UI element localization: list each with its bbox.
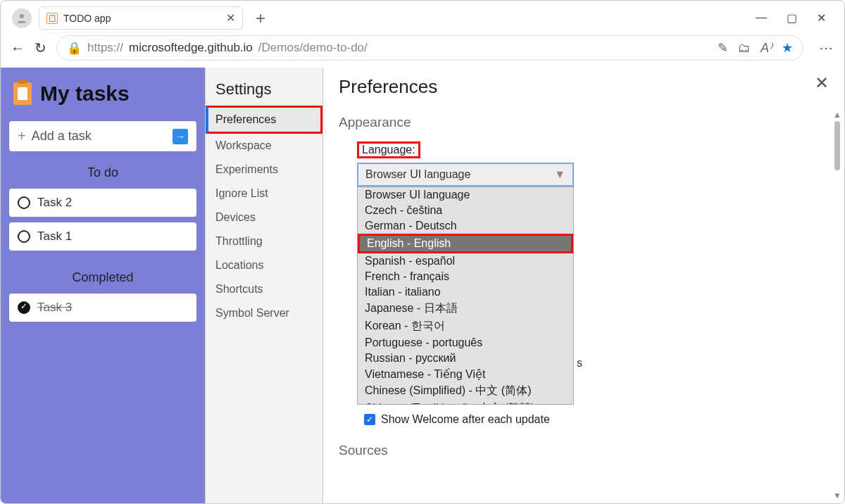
task-label: Task 2 (37, 196, 72, 210)
appearance-heading: Appearance (339, 115, 834, 130)
collections-icon[interactable]: 🗂 (738, 41, 751, 56)
settings-nav-item[interactable]: Workspace (206, 134, 323, 158)
clipboard-icon (13, 82, 32, 105)
language-option[interactable]: Chinese (Traditional) - 中文 (繁體) (358, 400, 573, 405)
url-path: /Demos/demo-to-do/ (258, 41, 368, 55)
task-checkbox[interactable] (18, 230, 30, 243)
language-option[interactable]: German - Deutsch (358, 218, 573, 234)
edit-page-icon[interactable]: ✎ (718, 40, 728, 56)
clipboard-icon: 📋 (46, 13, 58, 24)
language-option[interactable]: French - français (358, 269, 573, 284)
back-button[interactable]: ← (11, 40, 25, 56)
language-option[interactable]: Chinese (Simplified) - 中文 (简体) (358, 382, 573, 400)
settings-nav-item[interactable]: Preferences (206, 106, 323, 134)
new-tab-button[interactable]: + (250, 8, 271, 28)
settings-nav: Settings PreferencesWorkspaceExperiments… (205, 68, 323, 503)
todo-heading: To do (9, 165, 196, 180)
tasks-title-text: My tasks (40, 82, 130, 106)
tasks-panel: My tasks + Add a task → To do Task 2Task… (1, 68, 205, 503)
language-option[interactable]: Korean - 한국어 (358, 317, 573, 335)
welcome-checkbox-label: Show Welcome after each update (381, 413, 550, 426)
add-task-placeholder: Add a task (32, 129, 92, 144)
page-body: My tasks + Add a task → To do Task 2Task… (1, 68, 844, 503)
browser-tab-strip: 📋 TODO app ✕ + — ▢ ✕ (1, 1, 844, 32)
text-peek-s: s (577, 357, 582, 370)
maximize-button[interactable]: ▢ (787, 11, 797, 25)
preferences-panel: Preferences ✕ Appearance Language: Brows… (323, 68, 844, 503)
close-window-button[interactable]: ✕ (817, 11, 826, 25)
preferences-title: Preferences (339, 70, 809, 98)
completed-heading: Completed (9, 270, 196, 285)
overflow-menu-button[interactable]: ⋯ (819, 39, 834, 56)
plus-icon: + (18, 128, 26, 144)
chevron-down-icon: ▼ (554, 168, 565, 181)
task-checkbox[interactable] (18, 196, 30, 209)
task-item[interactable]: Task 2 (9, 189, 196, 217)
submit-arrow-icon[interactable]: → (173, 129, 188, 144)
language-option[interactable]: Czech - čeština (358, 203, 573, 218)
language-option[interactable]: Russian - русский (358, 351, 573, 366)
tab-title: TODO app (63, 13, 220, 24)
url-scheme: https:// (87, 41, 123, 55)
url-host: microsoftedge.github.io (129, 41, 253, 55)
task-item-done[interactable]: Task 3 (9, 294, 196, 322)
welcome-checkbox-row[interactable]: ✓ Show Welcome after each update (361, 413, 834, 426)
language-option[interactable]: Portuguese - português (358, 335, 573, 351)
address-bar[interactable]: 🔒 https://microsoftedge.github.io/Demos/… (56, 35, 803, 61)
refresh-button[interactable]: ↻ (35, 39, 46, 56)
settings-nav-item[interactable]: Symbol Server (206, 301, 323, 325)
language-dropdown[interactable]: Browser UI languageCzech - češtinaGerman… (357, 187, 574, 405)
address-bar-row: ← ↻ 🔒 https://microsoftedge.github.io/De… (1, 32, 844, 68)
favorite-star-icon[interactable]: ★ (782, 40, 793, 56)
close-icon[interactable]: ✕ (809, 70, 834, 96)
checkbox-checked-icon: ✓ (364, 414, 375, 425)
language-selected-value: Browser UI language (365, 168, 470, 181)
language-option[interactable]: Italian - italiano (358, 284, 573, 300)
task-label: Task 3 (37, 301, 72, 315)
vertical-scrollbar[interactable]: ▲ ▼ (832, 110, 843, 500)
tasks-title: My tasks (9, 79, 196, 113)
settings-nav-item[interactable]: Experiments (206, 158, 323, 182)
language-option[interactable]: Browser UI language (358, 187, 573, 203)
settings-nav-item[interactable]: Shortcuts (206, 277, 323, 301)
settings-nav-item[interactable]: Locations (206, 253, 323, 277)
scroll-up-arrow-icon[interactable]: ▲ (833, 110, 841, 120)
task-item[interactable]: Task 1 (9, 222, 196, 251)
sources-heading: Sources (339, 443, 834, 458)
settings-title: Settings (206, 76, 323, 106)
close-icon[interactable]: ✕ (226, 11, 235, 25)
language-option[interactable]: Spanish - español (358, 253, 573, 269)
language-option[interactable]: Vietnamese - Tiếng Việt (358, 366, 573, 382)
lock-icon: 🔒 (67, 41, 82, 56)
language-option[interactable]: English - English (358, 234, 573, 253)
language-label: Language: (357, 141, 420, 158)
language-select[interactable]: Browser UI language ▼ (357, 163, 574, 187)
browser-tab[interactable]: 📋 TODO app ✕ (39, 6, 243, 30)
task-checkbox-checked[interactable] (18, 301, 30, 314)
add-task-input[interactable]: + Add a task → (9, 121, 196, 151)
svg-point-0 (20, 14, 24, 18)
settings-nav-item[interactable]: Throttling (206, 229, 323, 253)
settings-nav-item[interactable]: Devices (206, 206, 323, 229)
minimize-button[interactable]: — (756, 11, 767, 25)
scrollbar-thumb[interactable] (834, 121, 840, 170)
read-aloud-icon[interactable]: A⁾ (760, 40, 772, 56)
profile-avatar[interactable] (12, 8, 32, 28)
task-label: Task 1 (37, 229, 72, 244)
language-option[interactable]: Japanese - 日本語 (358, 300, 573, 317)
scroll-down-arrow-icon[interactable]: ▼ (833, 491, 841, 500)
window-controls: — ▢ ✕ (756, 11, 837, 25)
settings-nav-item[interactable]: Ignore List (206, 182, 323, 206)
